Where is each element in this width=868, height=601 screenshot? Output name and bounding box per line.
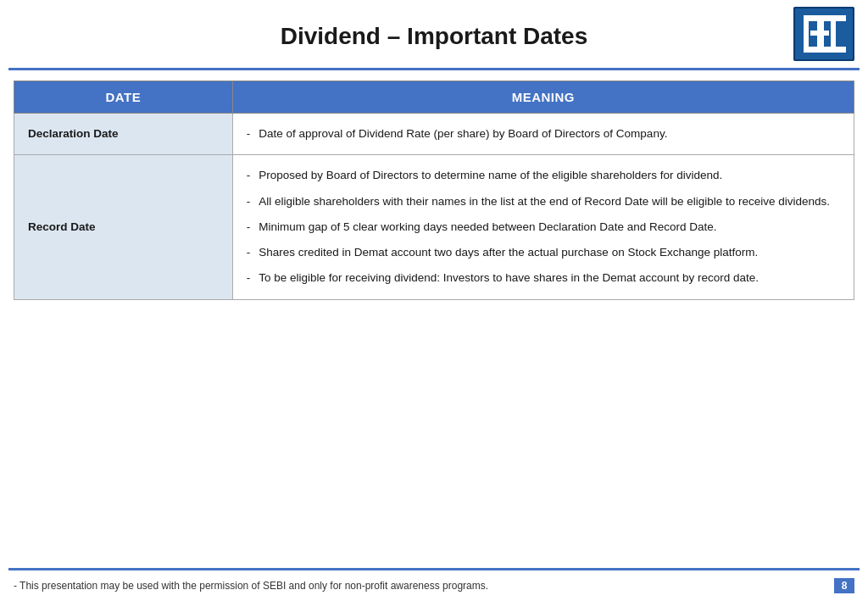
page-container: Dividend – Important Dates: [0, 0, 868, 601]
list-item: -Minimum gap of 5 clear working days nee…: [247, 219, 840, 236]
page-number: 8: [834, 578, 854, 593]
list-item: -All eligible shareholders with their na…: [247, 193, 840, 210]
date-cell: Declaration Date: [14, 114, 233, 155]
list-item: -Date of approval of Dividend Rate (per …: [247, 125, 840, 142]
bullet-dash-icon: -: [247, 193, 251, 210]
bullet-list: -Date of approval of Dividend Rate (per …: [247, 125, 840, 142]
list-item: -To be eligible for receiving dividend: …: [247, 270, 840, 287]
bullet-text: Minimum gap of 5 clear working days need…: [259, 219, 840, 236]
bullet-dash-icon: -: [247, 219, 251, 236]
date-cell: Record Date: [14, 155, 233, 299]
svg-rect-4: [804, 47, 846, 53]
bullet-dash-icon: -: [247, 270, 251, 287]
bullet-text: To be eligible for receiving dividend: I…: [259, 270, 840, 287]
svg-rect-3: [804, 15, 846, 21]
meaning-cell: -Proposed by Board of Directors to deter…: [232, 155, 854, 299]
col-header-meaning: MEANING: [232, 81, 854, 114]
svg-rect-5: [810, 31, 829, 36]
table-header-row: DATE MEANING: [14, 81, 854, 114]
bullet-text: All eligible shareholders with their nam…: [259, 193, 840, 210]
main-content: DATE MEANING Declaration Date-Date of ap…: [0, 70, 868, 568]
bullet-text: Shares credited in Demat account two day…: [259, 244, 840, 261]
table-row: Record Date-Proposed by Board of Directo…: [14, 155, 854, 299]
bullet-dash-icon: -: [247, 244, 251, 261]
col-header-date: DATE: [14, 81, 233, 114]
table-row: Declaration Date-Date of approval of Div…: [14, 114, 854, 155]
bullet-dash-icon: -: [247, 125, 251, 142]
bullet-text: Proposed by Board of Directors to determ…: [259, 167, 840, 184]
footer: - This presentation may be used with the…: [0, 570, 868, 601]
sebi-logo: [793, 7, 854, 61]
header: Dividend – Important Dates: [0, 0, 868, 68]
main-table: DATE MEANING Declaration Date-Date of ap…: [14, 81, 854, 300]
bullet-dash-icon: -: [247, 167, 251, 184]
bullet-list: -Proposed by Board of Directors to deter…: [247, 167, 840, 287]
bullet-text: Date of approval of Dividend Rate (per s…: [259, 125, 840, 142]
meaning-cell: -Date of approval of Dividend Rate (per …: [232, 114, 854, 155]
list-item: -Shares credited in Demat account two da…: [247, 244, 840, 261]
page-title: Dividend – Important Dates: [281, 23, 588, 50]
footer-text: - This presentation may be used with the…: [14, 580, 488, 592]
list-item: -Proposed by Board of Directors to deter…: [247, 167, 840, 184]
